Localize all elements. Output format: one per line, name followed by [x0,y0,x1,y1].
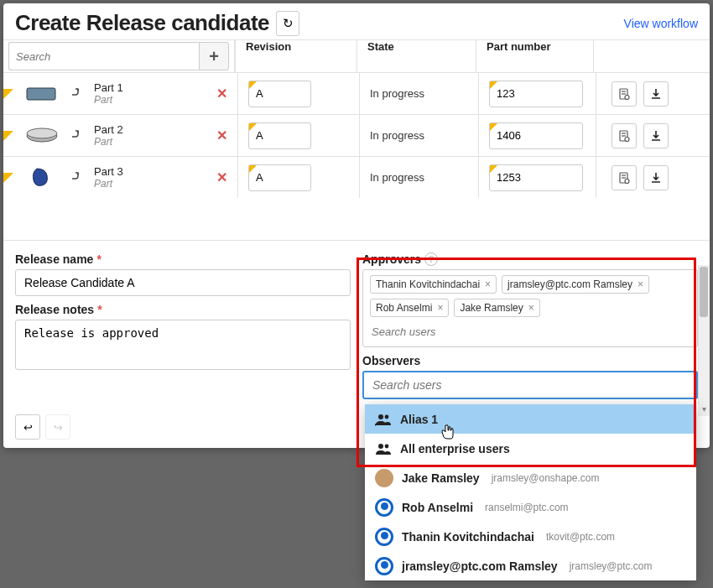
approver-chip: Thanin Kovitchindachai× [370,275,497,294]
column-state: State [356,40,476,72]
download-icon [650,130,662,142]
redo-button[interactable]: ↪ [45,414,70,440]
user-avatar [375,528,393,546]
approver-chip: jramsley@ptc.com Ramsley× [502,275,649,294]
user-avatar [375,498,393,517]
remove-chip-icon[interactable]: × [437,302,443,314]
column-revision: Revision [235,40,356,72]
release-name-label: Release name* [15,252,351,266]
table-header: + Revision State Part number [3,40,710,72]
group-icon [375,442,392,455]
document-icon [617,87,631,101]
scrollbar-thumb[interactable] [700,267,708,317]
svg-rect-0 [27,88,55,100]
part-cell: Part 1 Part ✕ [3,73,238,114]
add-part-button[interactable]: + [199,42,229,70]
part-cell: Part 3 Part ✕ [3,157,238,198]
release-notes-label: Release notes* [15,303,351,316]
column-actions [593,40,694,72]
dropdown-item-all-users[interactable]: All enterprise users [365,434,696,463]
release-name-input[interactable] [15,269,351,296]
dropdown-item-alias[interactable]: Alias 1 [365,404,696,434]
svg-point-18 [385,444,389,448]
svg-point-10 [625,137,629,141]
download-button[interactable] [643,165,669,190]
observers-label: Observers [362,354,698,367]
flag-icon [3,89,13,99]
download-icon [650,88,662,100]
refresh-icon: ↻ [283,16,294,31]
approvers-label: Approvers ? [362,252,698,266]
release-form: Release name* Release notes* Approvers ?… [3,240,710,399]
plus-icon: + [209,47,219,66]
approver-chip: Rob Anselmi× [370,299,449,317]
remove-part-button[interactable]: ✕ [216,86,227,101]
remove-chip-icon[interactable]: × [638,278,643,290]
download-button[interactable] [643,81,669,107]
properties-button[interactable] [612,81,637,107]
observers-search-input[interactable] [362,371,698,399]
download-icon [650,172,662,184]
part-type: Part [94,178,123,190]
scrollbar[interactable]: ▾ [698,265,710,416]
scrollbar-down-icon[interactable]: ▾ [698,404,710,416]
document-icon [617,171,631,185]
help-icon[interactable]: ? [424,252,438,266]
svg-point-17 [378,444,383,449]
group-icon [375,413,392,426]
dropdown-item-user[interactable]: jramsley@ptc.com Ramsley jramsley@ptc.co… [365,551,696,580]
part-thumbnail [22,81,62,107]
approver-chip: Jake Ramsley× [454,299,539,317]
refresh-button[interactable]: ↻ [276,11,299,36]
part-type: Part [94,94,123,106]
undo-icon: ↩ [23,421,33,434]
user-avatar [375,469,393,487]
dropdown-item-user[interactable]: Rob Anselmi ranselmi@ptc.com [365,492,696,522]
svg-point-6 [27,128,57,138]
user-picker-dropdown: Alias 1 All enterprise users Jake Ramsle… [365,404,696,580]
remove-chip-icon[interactable]: × [485,278,491,290]
view-workflow-link[interactable]: View workflow [624,17,698,30]
part-name: Part 3 [94,165,123,179]
state-cell: In progress [360,73,479,114]
table-row: Part 3 Part ✕ In progress [3,156,710,198]
flag-icon [3,173,13,183]
user-avatar [375,557,393,575]
svg-point-14 [625,179,629,183]
column-part-number: Part number [476,40,593,72]
release-notes-textarea[interactable] [15,320,351,370]
flag-icon [3,131,13,141]
document-icon [617,129,631,143]
part-number-input[interactable] [489,81,583,107]
part-type: Part [94,136,123,148]
state-cell: In progress [360,115,479,156]
revision-input[interactable] [248,164,311,191]
svg-point-16 [385,414,389,419]
part-thumbnail [22,123,62,148]
redo-icon: ↪ [54,421,63,434]
undo-button[interactable]: ↩ [15,414,40,440]
dropdown-item-user[interactable]: Jake Ramsley jramsley@onshape.com [365,463,696,492]
svg-point-15 [378,414,383,419]
approvers-search-input[interactable] [370,322,690,341]
part-cell: Part 2 Part ✕ [3,115,238,156]
revision-input[interactable] [248,81,311,107]
remove-part-button[interactable]: ✕ [216,169,227,185]
state-cell: In progress [360,157,479,198]
link-icon [70,87,84,101]
dialog-header: Create Release candidate ↻ View workflow [3,3,710,39]
parts-table: + Revision State Part number Part 1 Part [3,39,710,198]
parts-search-input[interactable] [8,42,199,70]
remove-chip-icon[interactable]: × [528,302,534,314]
part-thumbnail [22,165,62,190]
download-button[interactable] [643,123,669,148]
properties-button[interactable] [612,165,637,190]
approvers-field[interactable]: Thanin Kovitchindachai× jramsley@ptc.com… [362,269,698,347]
dialog-title: Create Release candidate [15,10,269,36]
remove-part-button[interactable]: ✕ [216,127,227,143]
dropdown-item-user[interactable]: Thanin Kovitchindachai tkovit@ptc.com [365,522,696,551]
part-number-input[interactable] [489,122,583,149]
part-number-input[interactable] [489,164,583,191]
properties-button[interactable] [612,123,637,148]
revision-input[interactable] [248,122,311,149]
